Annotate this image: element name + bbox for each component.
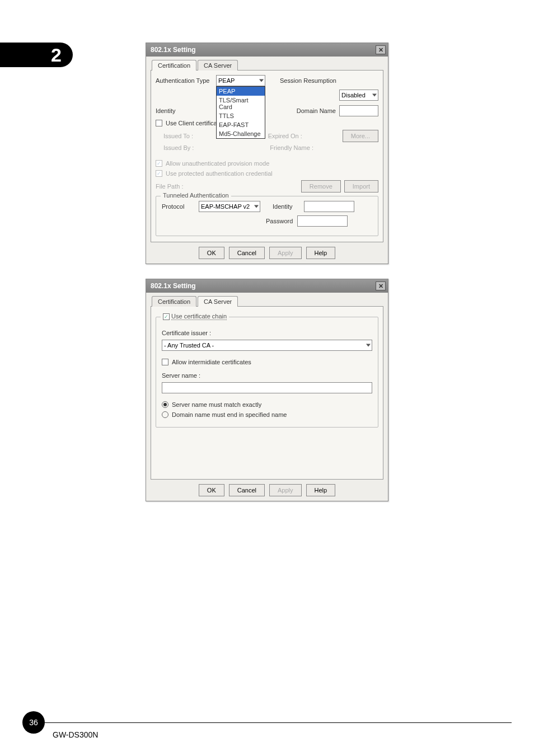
use-protected-label: Use protected authentication credential <box>166 170 273 177</box>
match-exactly-label: Server name must match exactly <box>172 401 261 408</box>
titlebar-2: 802.1x Setting ✕ <box>146 279 388 293</box>
server-name-input[interactable] <box>162 382 372 393</box>
file-path-label: File Path : <box>156 183 189 190</box>
page-number: 36 <box>22 711 45 734</box>
allow-unauth-checkbox <box>156 160 162 167</box>
help-button-2[interactable]: Help <box>306 484 336 496</box>
help-button[interactable]: Help <box>306 247 336 259</box>
tab-certification-2[interactable]: Certification <box>152 296 196 307</box>
ok-button[interactable]: OK <box>199 247 224 259</box>
opt-md5[interactable]: Md5-Challenge <box>217 129 265 138</box>
allow-unauth-label: Allow unauthenticated provision mode <box>166 160 269 167</box>
identity-label: Identity <box>156 107 213 114</box>
server-name-label: Server name : <box>162 372 372 379</box>
chapter-badge: 2 <box>0 43 73 67</box>
auth-type-label: Authentication Type <box>156 77 213 84</box>
tab-certification[interactable]: Certification <box>152 60 196 71</box>
opt-tls[interactable]: TLS/Smart Card <box>217 96 265 111</box>
opt-ttls[interactable]: TTLS <box>217 111 265 120</box>
ok-button-2[interactable]: OK <box>199 484 224 496</box>
domain-end-radio[interactable] <box>162 411 168 418</box>
tunneled-identity-input[interactable] <box>304 201 354 212</box>
issued-to-label: Issued To : <box>163 133 208 139</box>
auth-type-select[interactable]: PEAP <box>216 75 265 86</box>
use-client-cert-label: Use Client certificate <box>166 120 222 126</box>
apply-button: Apply <box>269 247 302 259</box>
use-client-cert-checkbox[interactable] <box>156 120 162 126</box>
apply-button-2: Apply <box>269 484 302 496</box>
tunneled-auth-legend: Tunneled Authentication <box>161 192 231 199</box>
dialog-title-2: 802.1x Setting <box>151 282 196 290</box>
expired-on-label: Expired On : <box>268 133 302 139</box>
domain-name-input[interactable] <box>339 105 378 116</box>
opt-peap[interactable]: PEAP <box>217 87 265 96</box>
friendly-name-label: Friendly Name : <box>270 144 313 151</box>
protocol-label: Protocol <box>162 203 195 210</box>
session-resumption-label: Session Resumption <box>280 77 336 84</box>
dialog-8021x-cert: 802.1x Setting ✕ Certification CA Server… <box>146 43 388 264</box>
cert-issuer-select[interactable]: - Any Trusted CA - <box>162 340 372 351</box>
domain-end-label: Domain name must end in specified name <box>172 411 287 418</box>
use-cert-chain-label: Use certificate chain <box>171 313 227 320</box>
tab-ca-server-2[interactable]: CA Server <box>198 296 238 307</box>
cancel-button-2[interactable]: Cancel <box>229 484 265 496</box>
use-cert-chain-checkbox[interactable] <box>163 313 170 320</box>
close-icon[interactable]: ✕ <box>376 45 386 54</box>
tunneled-identity-label: Identity <box>273 203 301 210</box>
close-icon-2[interactable]: ✕ <box>376 281 386 290</box>
opt-eapfast[interactable]: EAP-FAST <box>217 120 265 129</box>
footer-rule <box>45 722 512 723</box>
page-footer: 36 GW-DS300N <box>22 711 512 739</box>
session-resumption-select[interactable]: Disabled <box>339 90 378 101</box>
cancel-button[interactable]: Cancel <box>229 247 265 259</box>
use-protected-checkbox <box>156 170 162 177</box>
remove-button: Remove <box>301 180 341 192</box>
dialog-title: 802.1x Setting <box>151 46 196 54</box>
dialog-8021x-ca: 802.1x Setting ✕ Certification CA Server… <box>146 279 388 501</box>
match-exactly-radio[interactable] <box>162 401 168 408</box>
issued-by-label: Issued By : <box>163 144 208 151</box>
more-button: More... <box>343 130 378 142</box>
tunneled-password-input[interactable] <box>297 215 348 227</box>
tab-ca-server[interactable]: CA Server <box>198 60 238 71</box>
allow-intermediate-checkbox[interactable] <box>162 359 168 365</box>
titlebar: 802.1x Setting ✕ <box>146 43 388 57</box>
model-label: GW-DS300N <box>53 730 512 739</box>
auth-type-dropdown[interactable]: PEAP TLS/Smart Card TTLS EAP-FAST Md5-Ch… <box>216 86 265 139</box>
tunneled-password-label: Password <box>266 218 294 224</box>
cert-issuer-label: Certificate issuer : <box>162 330 372 336</box>
import-button: Import <box>344 180 378 192</box>
allow-intermediate-label: Allow intermidiate certificates <box>172 359 251 365</box>
domain-name-label: Domain Name <box>297 107 336 114</box>
protocol-select[interactable]: EAP-MSCHAP v2 <box>199 201 260 212</box>
